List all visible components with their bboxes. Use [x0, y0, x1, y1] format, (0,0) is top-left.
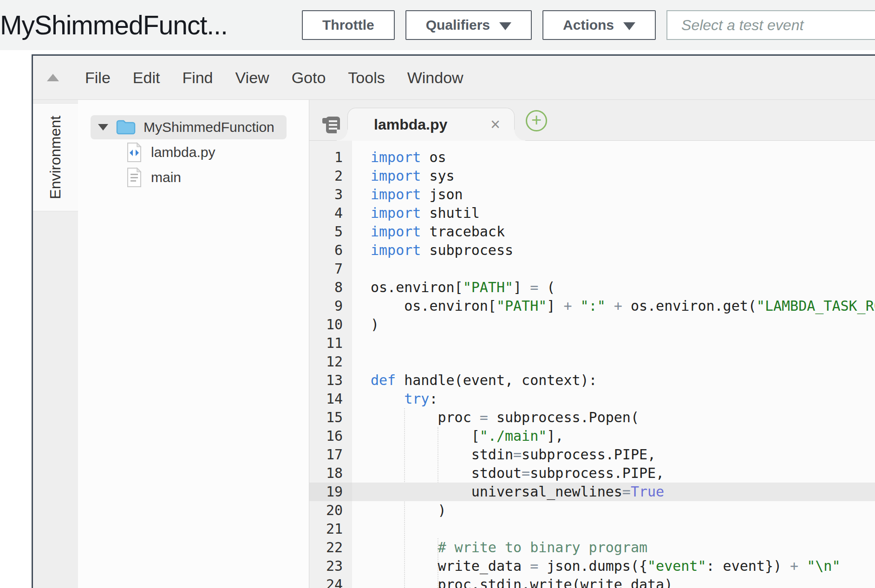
folder-selection-highlight[interactable]: MyShimmedFunction [91, 115, 287, 139]
line-number: 2 [309, 167, 352, 185]
code-line-10[interactable]: 10) [309, 315, 875, 334]
line-text: stdout=subprocess.PIPE, [352, 464, 875, 483]
code-line-17[interactable]: 17 stdin=subprocess.PIPE, [309, 445, 875, 464]
test-event-select[interactable]: Select a test event [666, 10, 875, 40]
code-line-4[interactable]: 4import shutil [309, 204, 875, 222]
tree-row-main[interactable]: main [126, 165, 309, 189]
tree-row-folder[interactable]: MyShimmedFunction [78, 115, 309, 139]
collapse-pane-icon[interactable] [47, 74, 59, 81]
throttle-button[interactable]: Throttle [302, 10, 395, 40]
tab-label: lambda.py [374, 116, 447, 133]
code-line-5[interactable]: 5import traceback [309, 222, 875, 241]
menu-item-goto[interactable]: Goto [281, 69, 337, 87]
line-number: 14 [309, 390, 352, 408]
line-number: 17 [309, 445, 352, 464]
code-line-13[interactable]: 13def handle(event, context): [309, 371, 875, 390]
editor-tabbar: lambda.py × + [309, 100, 875, 141]
line-number: 13 [309, 371, 352, 390]
code-line-23[interactable]: 23 write_data = json.dumps({"event": eve… [309, 557, 875, 575]
code-line-9[interactable]: 9 os.environ["PATH"] + ":" + os.environ.… [309, 297, 875, 315]
tab-close-icon[interactable]: × [490, 116, 500, 133]
line-text: import subprocess [352, 241, 875, 260]
line-number: 10 [309, 315, 352, 334]
code-line-1[interactable]: 1import os [309, 148, 875, 167]
file-label: lambda.py [151, 144, 215, 160]
line-text: ["./main"], [352, 427, 875, 445]
qualifiers-button-label: Qualifiers [426, 17, 490, 33]
text-file-icon [126, 167, 143, 188]
menu-item-tools[interactable]: Tools [337, 69, 396, 87]
line-number: 19 [309, 483, 352, 501]
line-text: stdin=subprocess.PIPE, [352, 445, 875, 464]
left-dock-strip: Environment [33, 100, 78, 588]
code-line-3[interactable]: 3import json [309, 185, 875, 204]
code-line-2[interactable]: 2import sys [309, 167, 875, 185]
code-line-22[interactable]: 22 # write to binary program [309, 538, 875, 557]
line-number: 15 [309, 408, 352, 427]
line-text: os.environ["PATH"] = ( [352, 278, 875, 297]
plus-icon: + [531, 110, 542, 130]
code-editor[interactable]: 1import os2import sys3import json4import… [309, 141, 875, 588]
line-number: 23 [309, 557, 352, 575]
line-text: proc = subprocess.Popen( [352, 408, 875, 427]
line-number: 1 [309, 148, 352, 167]
menu-item-edit[interactable]: Edit [122, 69, 171, 87]
line-number: 11 [309, 334, 352, 353]
code-line-7[interactable]: 7 [309, 260, 875, 278]
code-line-18[interactable]: 18 stdout=subprocess.PIPE, [309, 464, 875, 483]
line-number: 21 [309, 520, 352, 538]
code-line-19[interactable]: 19 universal_newlines=True [309, 483, 875, 501]
test-event-placeholder: Select a test event [681, 17, 803, 34]
code-line-15[interactable]: 15 proc = subprocess.Popen( [309, 408, 875, 427]
code-line-24[interactable]: 24 proc.stdin.write(write_data) [309, 575, 875, 588]
line-number: 3 [309, 185, 352, 204]
line-text: import traceback [352, 222, 875, 241]
chevron-down-icon [499, 22, 511, 30]
code-line-14[interactable]: 14 try: [309, 390, 875, 408]
code-line-20[interactable]: 20 ) [309, 501, 875, 520]
line-number: 12 [309, 353, 352, 371]
line-text: import sys [352, 167, 875, 185]
line-number: 20 [309, 501, 352, 520]
code-line-21[interactable]: 21 [309, 520, 875, 538]
line-text: def handle(event, context): [352, 371, 875, 390]
new-tab-button[interactable]: + [526, 110, 547, 131]
line-text: proc.stdin.write(write_data) [352, 575, 875, 588]
folder-label: MyShimmedFunction [144, 119, 274, 135]
ide-window: FileEditFindViewGotoToolsWindow Environm… [32, 54, 875, 588]
line-number: 24 [309, 575, 352, 588]
line-text: import json [352, 185, 875, 204]
line-text: os.environ["PATH"] + ":" + os.environ.ge… [352, 297, 875, 315]
line-text [352, 353, 875, 371]
line-number: 4 [309, 204, 352, 222]
tree-row-lambda-py[interactable]: lambda.py [126, 140, 309, 164]
chevron-down-icon [623, 22, 635, 30]
environment-tab[interactable]: Environment [33, 103, 78, 211]
menu-item-file[interactable]: File [74, 69, 122, 87]
code-line-12[interactable]: 12 [309, 353, 875, 371]
function-title: MyShimmedFunct... [0, 10, 302, 40]
code-line-6[interactable]: 6import subprocess [309, 241, 875, 260]
qualifiers-button[interactable]: Qualifiers [405, 10, 532, 40]
code-line-8[interactable]: 8os.environ["PATH"] = ( [309, 278, 875, 297]
ide-menubar: FileEditFindViewGotoToolsWindow [33, 56, 875, 100]
code-line-11[interactable]: 11 [309, 334, 875, 353]
tree-expand-caret-icon[interactable] [98, 124, 108, 131]
line-number: 22 [309, 538, 352, 557]
code-line-16[interactable]: 16 ["./main"], [309, 427, 875, 445]
menu-item-view[interactable]: View [224, 69, 281, 87]
ide-body: Environment MyShimmedFunction lambda.pym… [33, 100, 875, 588]
actions-button[interactable]: Actions [542, 10, 656, 40]
line-text: import os [352, 148, 875, 167]
menu-item-find[interactable]: Find [171, 69, 224, 87]
line-text: ) [352, 501, 875, 520]
code-file-icon [126, 142, 143, 163]
line-number: 6 [309, 241, 352, 260]
line-text: ) [352, 315, 875, 334]
menu-item-window[interactable]: Window [396, 69, 475, 87]
actions-button-label: Actions [563, 17, 614, 33]
line-number: 18 [309, 464, 352, 483]
line-number: 7 [309, 260, 352, 278]
tab-lambda-py[interactable]: lambda.py × [347, 108, 515, 141]
file-label: main [151, 170, 181, 185]
